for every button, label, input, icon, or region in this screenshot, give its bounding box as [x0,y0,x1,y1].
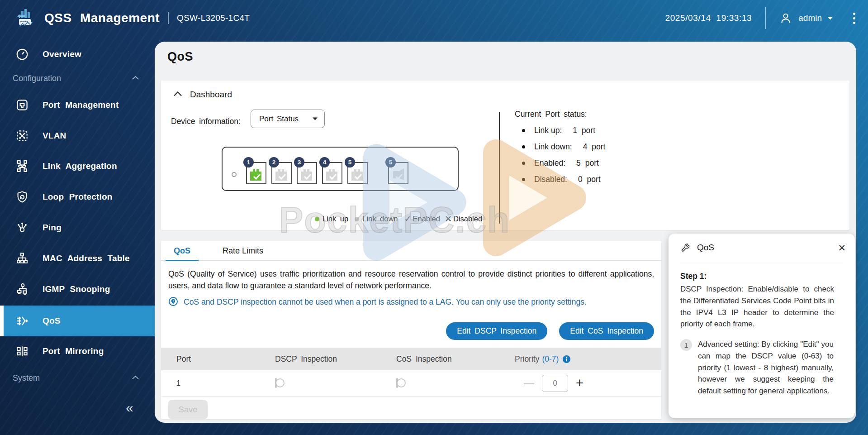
ping-icon [15,221,29,234]
vertical-divider [499,112,500,224]
tab-rate-limits[interactable]: Rate Limits [214,241,271,261]
status-title: Current Port status: [515,110,705,119]
dashboard-card: Dashboard Device information: Port Statu… [161,81,849,230]
help-divider [680,261,843,261]
legend-label: Enabled [413,215,440,223]
sidebar-item-label: QoS [43,316,61,326]
priority-range: (0-7) [542,354,559,364]
chevron-up-icon [132,375,139,380]
legend-label: Disabled [453,215,482,223]
sfp-connector-icon [390,165,407,183]
port-2[interactable]: 2 [271,162,292,184]
sidebar-item-port-management[interactable]: Port Management [0,94,155,116]
plus-button[interactable]: + [576,377,583,390]
sidebar-item-label: Ping [43,223,62,233]
port-4[interactable]: 4 [322,162,342,184]
status-label: Disabled: [534,175,567,184]
step1-title: Step 1: [680,272,707,281]
table-header-row: Port DSCP Inspection CoS Inspection Prio… [161,348,661,370]
rj45-connector-icon [248,165,265,183]
col-header-dscp: DSCP Inspection [275,354,396,364]
status-value: 0 port [578,175,601,184]
lag-note: CoS and DSCP inspection cannot be used w… [168,296,654,308]
chassis-led [232,172,237,177]
step1-text: DSCP Inspection: Enable/disable to check… [680,283,834,330]
help-note: 1 Advanced setting: By clicking "Edit" y… [680,339,834,397]
sidebar-item-link-aggregation[interactable]: Link Aggregation [0,155,155,177]
legend-label: Link down [362,215,398,223]
gauge-icon [15,48,29,61]
user-icon [779,12,792,24]
app-title: QSS Management [44,11,160,25]
collapse-section-chevron-icon[interactable] [173,91,183,97]
username: admin [798,13,822,23]
app-header: QSS Management QSW-L3205-1C4T 2025/03/14… [0,0,868,36]
col-header-port: Port [176,354,275,364]
qos-icon [15,314,29,328]
save-button[interactable]: Save [168,400,208,419]
sidebar-item-port-mirroring[interactable]: Port Mirroring [0,340,155,362]
port-5-sfp[interactable]: 5 [388,162,408,184]
edit-dscp-inspection-button[interactable]: Edit DSCP Inspection [446,322,547,340]
sidebar-item-label: VLAN [43,131,66,141]
port-1[interactable]: 1 [246,162,266,184]
sidebar-item-igmp-snooping[interactable]: IGMP Snooping [0,278,155,300]
caret-down-icon [312,117,318,121]
tab-qos[interactable]: QoS [166,241,199,261]
sidebar-item-ping[interactable]: Ping [0,217,155,239]
sidebar-section-system[interactable]: System [0,371,155,385]
sidebar: Overview Configuration Port Management [0,36,155,435]
dashboard-section-title: Dashboard [190,90,232,100]
sidebar-item-label: Loop Protection [43,192,113,202]
close-icon[interactable]: ✕ [838,243,846,253]
sidebar-section-configuration[interactable]: Configuration [0,72,155,85]
port-5[interactable]: 5 [347,162,368,184]
table-row: 1 — + [161,370,661,397]
sidebar-item-label: Overview [43,49,81,59]
lag-note-text: CoS and DSCP inspection cannot be used w… [184,297,587,306]
priority-input[interactable] [542,375,568,392]
content-panel: QoS Dashboard Device information: Port S… [155,42,856,423]
edit-cos-inspection-button[interactable]: Edit CoS Inspection [559,322,654,340]
sidebar-item-loop-protection[interactable]: Loop Protection [0,186,155,208]
more-options-button[interactable] [853,13,855,24]
link-down-dot-icon [355,217,359,221]
port-number-badge: 2 [269,157,279,167]
link-up-dot-icon [315,217,319,221]
port-number-badge: 5 [345,157,355,167]
user-caret-down-icon [827,16,833,20]
device-information-select[interactable]: Port Status [251,110,325,128]
help-panel: QoS ✕ Step 1: DSCP Inspection: Enable/di… [669,234,855,418]
port-number-badge: 5 [385,157,396,167]
switch-chassis: 1 2 3 4 [222,147,459,191]
sidebar-item-label: Link Aggregation [43,161,117,171]
cos-inspection-toggle[interactable] [396,378,398,388]
vlan-icon [15,129,29,143]
rj45-connector-icon [350,165,366,183]
sidebar-item-label: IGMP Snooping [43,284,110,294]
port-3[interactable]: 3 [297,162,317,184]
port-number-badge: 1 [243,157,254,167]
status-item: Link down:4 port [515,142,705,152]
sidebar-item-vlan[interactable]: VLAN [0,125,155,147]
dscp-inspection-toggle[interactable] [275,378,277,388]
legend-label: Link up [323,215,348,223]
user-menu[interactable]: admin [779,12,833,24]
sidebar-item-overview[interactable]: Overview [0,43,155,65]
current-port-status: Current Port status: Link up:1 port Link… [515,110,705,184]
sidebar-collapse-button[interactable]: « [126,401,133,415]
mac-table-icon [15,252,29,265]
sidebar-item-qos[interactable]: QoS [0,306,155,336]
cross-icon: ✕ [445,215,452,223]
status-label: Enabled: [534,158,565,168]
link-aggregation-icon [15,159,29,173]
priority-info-icon[interactable] [562,355,571,363]
sidebar-item-mac-address-table[interactable]: MAC Address Table [0,248,155,269]
chevron-up-icon [132,75,139,81]
app-logo-icon [15,8,34,28]
section-label: System [13,373,40,383]
tab-bar: QoS Rate Limits [161,241,661,261]
igmp-icon [15,282,29,296]
note-number-badge: 1 [680,339,692,351]
minus-button[interactable]: — [524,378,534,388]
